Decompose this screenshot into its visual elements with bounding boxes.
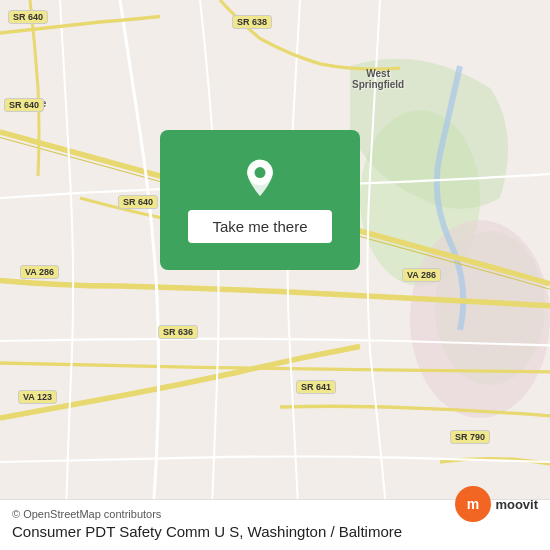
svg-text:m: m [467, 496, 479, 512]
place-name: Consumer PDT Safety Comm U S, Washington… [12, 523, 538, 540]
sr638-label: SR 638 [232, 15, 272, 29]
sr640-top-label: SR 640 [4, 98, 44, 112]
location-card: Take me there [160, 130, 360, 270]
sr641-label: SR 641 [296, 380, 336, 394]
moovit-logo: m moovit [455, 486, 538, 522]
moovit-icon: m [455, 486, 491, 522]
va286-left-label: VA 286 [20, 265, 59, 279]
sr636-label: SR 636 [158, 325, 198, 339]
location-pin-icon [240, 158, 280, 198]
sr640-label: SR 640 [118, 195, 158, 209]
west-springfield-label: WestSpringfield [352, 68, 404, 90]
sr649-label: SR 640 [8, 10, 48, 24]
va123-label: VA 123 [18, 390, 57, 404]
moovit-text: moovit [495, 497, 538, 512]
va286-right-label: VA 286 [402, 268, 441, 282]
map-container: Burke WestSpringfield SR 640 SR 640 SR 6… [0, 0, 550, 550]
map-background [0, 0, 550, 550]
sr790-label: SR 790 [450, 430, 490, 444]
svg-point-5 [255, 167, 266, 178]
take-me-there-button[interactable]: Take me there [188, 210, 331, 243]
